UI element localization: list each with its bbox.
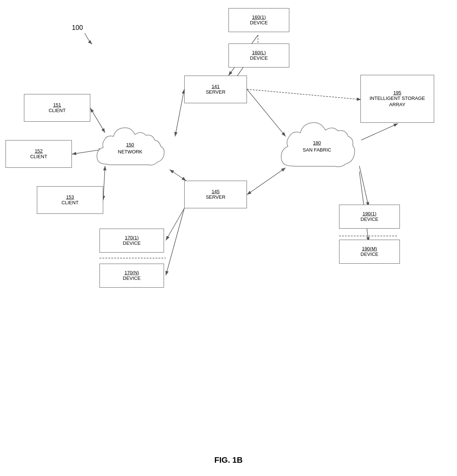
server-141-node: 141 SERVER [184,76,247,103]
server-145-node: 145 SERVER [184,181,247,208]
svg-line-17 [166,208,184,240]
device-170-1-node: 170(1) DEVICE [100,229,164,253]
san-fabric-180-cloud: 180 SAN FABRIC [275,112,359,181]
diagram: 100 [0,0,457,435]
network-150-cloud: 150 NETWORK [91,116,169,181]
device-160-1-node: 160(1) DEVICE [228,8,289,32]
svg-line-12 [361,124,398,140]
diagram-ref: 100 [72,24,83,32]
fig-label: FIG. 1B [0,455,457,465]
client-151-node: 151 CLIENT [24,94,90,122]
device-160-l-node: 160(L) DEVICE [228,44,289,67]
svg-line-18 [166,208,184,275]
svg-line-14 [359,166,369,206]
svg-line-13 [247,89,361,100]
device-190-1-node: 190(1) DEVICE [339,205,400,229]
isa-195-node: 195 INTELLIGENT STORAGE ARRAY [360,75,434,123]
client-152-node: 152 CLIENT [6,140,72,168]
device-190-m-node: 190(M) DEVICE [339,240,400,264]
client-153-node: 153 CLIENT [37,186,103,214]
svg-line-10 [170,170,186,181]
svg-line-5 [175,89,184,136]
device-170-n-node: 170(N) DEVICE [100,264,164,288]
